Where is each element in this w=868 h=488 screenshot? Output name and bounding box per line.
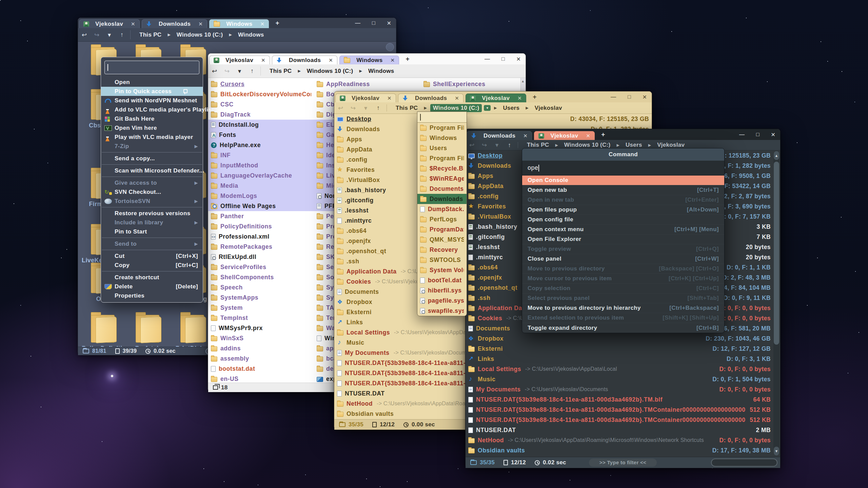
context-menu-item[interactable]: TortoiseSVN ▶	[101, 197, 203, 206]
file-row[interactable]: CSC	[208, 99, 314, 109]
close-button[interactable]: ✕	[643, 94, 647, 100]
palette-item[interactable]: Open in new tab [Ctrl+Enter]	[522, 195, 724, 205]
file-row[interactable]: Dropbox D: 230, F: 1043, 46 GB	[466, 333, 780, 344]
close-button[interactable]: ✕	[387, 20, 391, 26]
file-row[interactable]: Professional.xml	[208, 231, 314, 242]
file-row[interactable]: ServiceProfiles	[208, 262, 314, 272]
file-row[interactable]: Cursors	[208, 79, 314, 89]
tab[interactable]: Windows ✕	[339, 56, 399, 64]
context-menu-item[interactable]: Create shortcut ▶	[101, 273, 203, 282]
up-icon[interactable]: ↑	[246, 67, 258, 75]
context-menu-item[interactable]: ▶	[102, 163, 202, 165]
context-menu-item[interactable]: Scan with Microsoft Defender... ▶	[101, 166, 203, 175]
file-row[interactable]: ShellExperiences	[421, 79, 525, 89]
context-menu-item[interactable]: Pin to Start ▶	[101, 227, 203, 236]
breadcrumb-item[interactable]: This PC	[267, 67, 294, 75]
palette-item[interactable]: Open context menu [Ctrl+M] [Menu]	[522, 225, 724, 235]
file-row[interactable]: My Documents -> C:\Users\Vjekoslav\Docum…	[466, 384, 780, 394]
palette-item[interactable]: Close panel [Ctrl+W]	[522, 254, 724, 264]
file-row[interactable]: System	[208, 303, 314, 313]
tab-close-icon[interactable]: ✕	[517, 95, 522, 101]
grid-item[interactable]: PolicyDefinitions	[82, 311, 124, 347]
tab-close-icon[interactable]: ✕	[387, 95, 392, 101]
rename-input[interactable]	[104, 61, 199, 74]
file-row[interactable]: NTUSER.DAT{53b39e88-18c4-11ea-a811-000d3…	[466, 394, 780, 405]
back-icon[interactable]: ↩	[466, 141, 478, 149]
tab[interactable]: Downloads ✕	[272, 56, 337, 64]
dropdown-item[interactable]: Documents and Settings	[417, 184, 467, 194]
context-menu-item[interactable]: Cut ▶ [Ctrl+X]	[101, 251, 203, 261]
context-menu-item[interactable]: Properties ▶	[101, 291, 203, 300]
file-row[interactable]: Offline Web Pages	[208, 201, 314, 211]
breadcrumb-dropdown-icon[interactable]: ▾	[484, 105, 491, 111]
titlebar[interactable]: Vjekoslav ✕ Downloads ✕ Windows ✕ + — □ …	[78, 18, 396, 28]
dropdown-item[interactable]: System Volume Information	[417, 265, 467, 275]
palette-item[interactable]: Open File Explorer	[522, 235, 724, 244]
forward-icon[interactable]: ↪	[478, 141, 491, 149]
tab-close-icon[interactable]: ✕	[523, 133, 528, 139]
context-menu-item[interactable]: Git Bash Here ▶	[101, 114, 203, 123]
context-menu-item[interactable]: SVN Checkout... ▶	[101, 187, 203, 197]
scrollbar[interactable]: ▲ ▼	[773, 151, 780, 456]
tab-close-icon[interactable]: ✕	[261, 57, 265, 63]
context-menu-item[interactable]: Play with VLC media player ▶	[101, 133, 203, 142]
dropdown-item[interactable]: SWTOOLS	[417, 255, 467, 265]
file-row[interactable]: ShellComponents	[208, 272, 314, 282]
context-menu-item[interactable]: ▶	[102, 151, 202, 152]
tab[interactable]: Vjekoslav ✕	[209, 56, 270, 64]
dropdown-item[interactable]: swapfile.sys	[417, 306, 467, 316]
history-dropdown-icon[interactable]: ▾	[359, 104, 372, 112]
up-icon[interactable]: ↑	[372, 104, 384, 111]
palette-item[interactable]: Open Console	[522, 176, 724, 185]
breadcrumb-item[interactable]: Windows	[366, 67, 397, 75]
context-menu-item[interactable]: Open Vim here ▶	[101, 123, 203, 133]
file-row[interactable]: Panther	[208, 211, 314, 221]
file-row[interactable]: assembly	[208, 353, 314, 364]
context-menu-item[interactable]: Restore previous versions ▶	[101, 209, 203, 218]
maximize-button[interactable]: □	[756, 131, 760, 138]
tab[interactable]: Vjekoslav ✕	[79, 19, 140, 28]
tab-close-icon[interactable]: ✕	[455, 95, 459, 101]
history-dropdown-icon[interactable]: ▾	[491, 141, 503, 149]
context-menu-item[interactable]: Delete ▶ [Delete]	[101, 282, 203, 291]
dropdown-item[interactable]: bootTel.dat	[417, 275, 467, 285]
scrollbar-thumb[interactable]	[774, 162, 779, 345]
file-row[interactable]: NTUSER.DAT{53b39e88-18c4-11ea-a811-000d3…	[466, 405, 780, 415]
file-row[interactable]: Speech	[208, 282, 314, 292]
dropdown-item[interactable]: $WinREAgent	[417, 174, 467, 184]
tab-close-icon[interactable]: ✕	[198, 21, 203, 27]
scroll-up-button[interactable]	[386, 43, 394, 51]
file-row[interactable]: BitLockerDiscoveryVolumeContents	[208, 89, 314, 99]
file-row[interactable]: AppReadiness	[314, 79, 421, 89]
file-row[interactable]: SystemApps	[208, 292, 314, 303]
type-to-filter-button[interactable]: >> Type to filter <<	[589, 459, 657, 467]
tab[interactable]: Downloads ✕	[398, 94, 463, 102]
context-menu-item[interactable]: Pin to Quick access ▶	[101, 87, 203, 96]
dropdown-item[interactable]: ProgramData	[417, 224, 467, 235]
tab[interactable]: Downloads ✕	[142, 19, 207, 28]
palette-item[interactable]: Move to previous directory in hierarchy …	[522, 303, 724, 313]
palette-item[interactable]: Toggle preview [Ctrl+Q]	[522, 244, 724, 254]
file-row[interactable]: ModemLogs	[208, 191, 314, 201]
context-menu-item[interactable]: Open ▶	[101, 78, 203, 87]
file-row[interactable]: addins	[208, 343, 314, 353]
up-icon[interactable]: ↑	[503, 142, 516, 149]
file-row[interactable]: Media	[208, 181, 314, 191]
file-row[interactable]: NTUSER.DAT{53b39e88-18c4-11ea-a811-000d3…	[466, 415, 780, 425]
dropdown-item[interactable]: pagefile.sys	[417, 296, 467, 306]
palette-item[interactable]: Select previous panel [Shift+Tab]	[522, 293, 724, 303]
titlebar[interactable]: Vjekoslav ✕ Downloads ✕ Windows ✕ + — □ …	[208, 54, 526, 64]
grid-item[interactable]: Prefetch	[126, 311, 169, 347]
up-icon[interactable]: ↑	[116, 31, 128, 38]
dropdown-item[interactable]: PerfLogs	[417, 214, 467, 224]
file-row[interactable]: LanguageOverlayCache	[208, 170, 314, 181]
breadcrumb-item[interactable]: Windows 10 (C:)	[430, 104, 482, 112]
palette-item[interactable]: Copy selection [Ctrl+C]	[522, 284, 724, 293]
file-row[interactable]: bootstat.dat	[208, 364, 314, 374]
file-row[interactable]: RtlExUpd.dll	[208, 252, 314, 262]
minimize-button[interactable]: —	[739, 131, 745, 138]
new-tab-button[interactable]: +	[400, 55, 415, 63]
context-menu-item[interactable]: Add to VLC media player's Playlist ▶	[101, 105, 203, 114]
history-dropdown-icon[interactable]: ▾	[103, 31, 116, 39]
breadcrumb-item[interactable]: Vjekoslav	[532, 104, 565, 112]
